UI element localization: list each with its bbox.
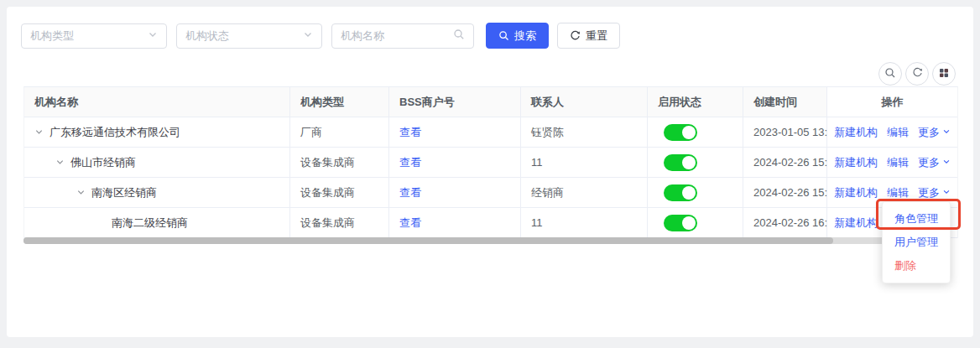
status-cell (648, 148, 743, 178)
bss-cell: 查看 (389, 117, 521, 148)
expand-chevron-icon[interactable] (76, 188, 86, 197)
org-name-cell: 南海二级经销商 (24, 208, 290, 238)
table-row: 广东移远通信技术有限公司厂商查看钰贤陈2023-01-05 13:40新建机构编… (24, 117, 957, 148)
org-name-text: 南海区经销商 (91, 185, 157, 200)
org-name-text: 南海二级经销商 (112, 216, 188, 231)
reset-button-label: 重置 (586, 29, 607, 44)
chevron-down-icon (942, 126, 951, 138)
new-org-link[interactable]: 新建机构 (834, 216, 878, 231)
org-name-cell: 南海区经销商 (24, 178, 290, 208)
org-type-placeholder: 机构类型 (30, 29, 74, 44)
org-type-cell: 厂商 (290, 117, 389, 148)
refresh-icon (912, 67, 923, 81)
chevron-down-icon (942, 186, 951, 199)
table-toolbar (878, 62, 956, 86)
more-actions-menu: 角色管理用户管理删除 (882, 201, 951, 283)
menu-item-user-mgmt[interactable]: 用户管理 (883, 231, 950, 254)
expand-chevron-icon[interactable] (55, 158, 65, 167)
table-row: 南海区经销商设备集成商查看经销商2024-02-26 15:59新建机构编辑更多 (24, 178, 957, 208)
view-link[interactable]: 查看 (399, 216, 421, 231)
scrollbar-thumb[interactable] (23, 237, 833, 244)
org-name-placeholder: 机构名称 (341, 29, 384, 44)
org-type-cell: 设备集成商 (290, 208, 389, 238)
toggle-knob (682, 216, 696, 230)
org-status-select[interactable]: 机构状态 (176, 23, 322, 49)
expand-chevron-icon[interactable] (34, 127, 44, 137)
table-column-settings-button[interactable] (932, 62, 956, 86)
column-header: BSS商户号 (389, 87, 521, 117)
view-link[interactable]: 查看 (399, 125, 421, 140)
edit-link[interactable]: 编辑 (887, 125, 909, 140)
edit-link[interactable]: 编辑 (887, 185, 909, 200)
contact-cell: 经销商 (521, 178, 648, 208)
org-name-input[interactable]: 机构名称 (331, 23, 474, 49)
contact-cell: 11 (521, 148, 648, 178)
more-link[interactable]: 更多 (918, 185, 951, 200)
org-type-select[interactable]: 机构类型 (21, 23, 167, 49)
status-toggle[interactable] (664, 215, 697, 231)
created-time-cell: 2023-01-05 13:40 (743, 117, 827, 148)
edit-link[interactable]: 编辑 (887, 155, 909, 170)
org-name-text: 佛山市经销商 (70, 155, 136, 170)
search-button-label: 搜索 (514, 29, 536, 44)
status-cell (648, 178, 743, 208)
search-button[interactable]: 搜索 (486, 23, 549, 49)
more-link[interactable]: 更多 (918, 125, 951, 140)
view-link[interactable]: 查看 (399, 185, 421, 200)
horizontal-scrollbar[interactable] (23, 237, 898, 244)
search-icon (498, 30, 509, 41)
table-body: 广东移远通信技术有限公司厂商查看钰贤陈2023-01-05 13:40新建机构编… (24, 117, 957, 238)
status-toggle[interactable] (664, 154, 697, 171)
org-name-cell: 广东移远通信技术有限公司 (24, 117, 290, 148)
table-refresh-button[interactable] (905, 62, 929, 86)
column-header: 创建时间 (743, 87, 827, 117)
new-org-link[interactable]: 新建机构 (834, 155, 878, 170)
search-icon (884, 67, 896, 81)
filter-bar: 机构类型 机构状态 机构名称 搜索 重置 (21, 23, 620, 49)
table-header-row: 机构名称机构类型BSS商户号联系人启用状态创建时间操作 (24, 87, 957, 117)
table-row: 佛山市经销商设备集成商查看112024-02-26 15:52新建机构编辑更多 (24, 148, 957, 178)
chevron-down-icon (942, 156, 951, 169)
contact-cell: 11 (521, 208, 648, 238)
org-name-text: 广东移远通信技术有限公司 (50, 125, 180, 140)
column-header: 机构名称 (24, 87, 290, 117)
column-header: 联系人 (521, 87, 648, 117)
table-search-button[interactable] (878, 62, 902, 86)
search-icon (453, 29, 465, 43)
toggle-knob (682, 126, 696, 139)
created-time-cell: 2024-02-26 15:59 (743, 178, 827, 208)
toggle-knob (682, 156, 696, 169)
created-time-cell: 2024-02-26 15:52 (743, 148, 827, 178)
org-type-cell: 设备集成商 (290, 148, 389, 178)
status-toggle[interactable] (664, 124, 697, 141)
actions-cell: 新建机构编辑更多 (827, 148, 957, 178)
toggle-knob (682, 186, 696, 200)
more-link[interactable]: 更多 (918, 155, 951, 170)
column-header: 机构类型 (290, 87, 389, 117)
org-name-cell: 佛山市经销商 (24, 148, 290, 178)
menu-item-delete[interactable]: 删除 (883, 254, 950, 278)
view-link[interactable]: 查看 (399, 155, 421, 170)
column-settings-icon (939, 68, 949, 81)
actions-cell: 新建机构编辑更多 (827, 117, 957, 148)
contact-cell: 钰贤陈 (521, 117, 648, 148)
menu-item-role-mgmt[interactable]: 角色管理 (883, 207, 950, 231)
more-link-label: 更多 (918, 185, 940, 200)
content-card: 机构类型 机构状态 机构名称 搜索 重置 (7, 7, 973, 337)
reset-button[interactable]: 重置 (557, 23, 620, 49)
refresh-icon (570, 30, 581, 41)
org-type-cell: 设备集成商 (290, 178, 389, 208)
org-status-placeholder: 机构状态 (185, 29, 229, 44)
table-row: 南海二级经销商设备集成商查看112024-02-26 16:00新建机构编辑更多 (24, 208, 957, 238)
bss-cell: 查看 (389, 148, 521, 178)
status-toggle[interactable] (664, 184, 697, 201)
more-link-label: 更多 (918, 125, 940, 140)
chevron-down-icon (148, 29, 158, 42)
org-table: 机构名称机构类型BSS商户号联系人启用状态创建时间操作 广东移远通信技术有限公司… (23, 86, 958, 238)
created-time-cell: 2024-02-26 16:00 (743, 208, 827, 238)
status-cell (648, 117, 743, 148)
bss-cell: 查看 (389, 178, 521, 208)
status-cell (648, 208, 743, 238)
new-org-link[interactable]: 新建机构 (834, 125, 878, 140)
new-org-link[interactable]: 新建机构 (834, 185, 878, 200)
